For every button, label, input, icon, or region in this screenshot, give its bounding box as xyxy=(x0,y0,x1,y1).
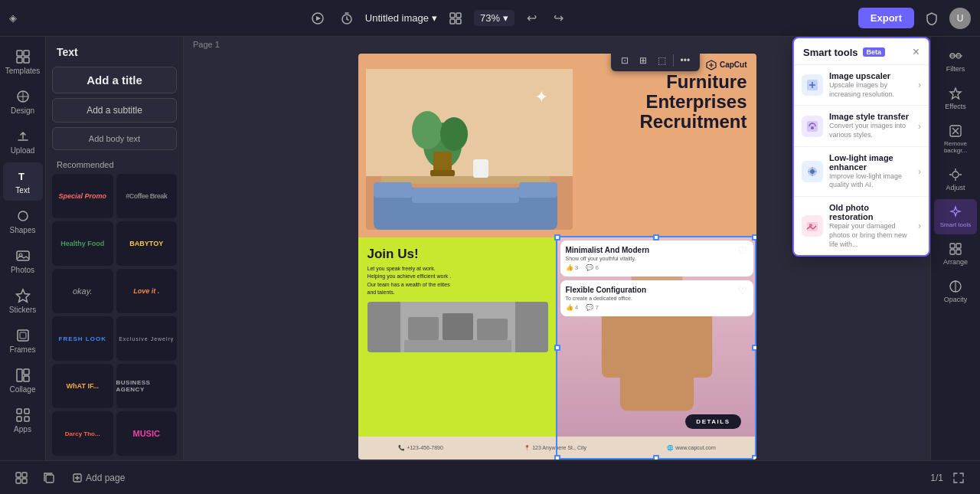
svg-rect-20 xyxy=(24,369,29,375)
right-icon-effects[interactable]: Effects xyxy=(934,80,977,116)
add-page-button[interactable]: Add page xyxy=(66,469,131,487)
svg-rect-25 xyxy=(24,417,29,421)
font-item-fresh-look[interactable]: FRESH LOOK xyxy=(52,316,113,361)
ft-more-button[interactable]: ••• xyxy=(677,53,694,68)
svg-rect-44 xyxy=(477,319,508,340)
ft-mask-button[interactable]: ⬚ xyxy=(654,53,670,68)
sidebar-item-apps[interactable]: Apps xyxy=(3,401,43,440)
svg-rect-14 xyxy=(17,251,29,260)
right-icon-adjust[interactable]: Adjust xyxy=(934,162,977,198)
svg-point-30 xyxy=(440,117,468,151)
office-image xyxy=(368,302,548,352)
tool-icon-upscaler xyxy=(802,74,823,96)
font-grid: Special Promo #Coffee Break Healthy Food… xyxy=(46,174,183,460)
font-item-music[interactable]: MUSIC xyxy=(116,411,178,456)
tool-item-style-transfer[interactable]: Image style transfer Convert your images… xyxy=(794,106,929,146)
floating-toolbar: ⊡ ⊞ ⬚ ••• xyxy=(611,52,701,71)
sidebar-item-shapes[interactable]: Shapes xyxy=(3,202,43,240)
user-avatar[interactable]: U xyxy=(949,8,971,29)
sidebar-item-upload[interactable]: Upload xyxy=(3,123,43,161)
undo-button[interactable]: ↩ xyxy=(522,8,541,28)
app-logo: ◈ xyxy=(9,12,17,24)
join-section: Join Us! Let you speak freely at work. H… xyxy=(358,237,557,437)
bottom-right-controls: 1/1 xyxy=(930,469,969,487)
svg-rect-72 xyxy=(46,475,54,483)
svg-point-63 xyxy=(811,126,814,129)
sparkle-icon: ✦ xyxy=(534,87,548,107)
font-item-what-if[interactable]: WhAT IF... xyxy=(52,364,113,408)
sidebar-item-collage[interactable]: Collage xyxy=(3,362,43,400)
smart-tools-close[interactable]: × xyxy=(913,46,920,58)
sidebar-item-templates[interactable]: Templates xyxy=(3,43,43,81)
svg-rect-71 xyxy=(22,479,27,483)
svg-marker-1 xyxy=(316,16,321,21)
sidebar-item-stickers[interactable]: Stickers xyxy=(3,282,43,320)
font-item-business-agency[interactable]: BUSINESS AGENCY xyxy=(116,364,178,408)
svg-rect-27 xyxy=(366,69,573,176)
tool-item-image-upscaler[interactable]: Image upscaler Upscale images by increas… xyxy=(794,65,929,106)
svg-rect-5 xyxy=(450,19,455,24)
tool-item-low-light[interactable]: Low-light image enhancer Improve low-lig… xyxy=(794,147,929,197)
sidebar-item-text[interactable]: T Text xyxy=(3,162,43,201)
font-item-okay[interactable]: okay. xyxy=(52,269,113,313)
card-flexible-footer: 👍 4 💬 7 xyxy=(566,304,748,311)
font-item-exclusive-jewelry[interactable]: Exclusive Jewelry xyxy=(116,316,178,361)
svg-point-67 xyxy=(809,224,812,227)
svg-rect-9 xyxy=(17,57,22,63)
capcut-logo: CapCut xyxy=(706,60,747,70)
right-icon-opacity[interactable]: Opacity xyxy=(934,273,977,309)
right-icon-filters[interactable]: Filters xyxy=(934,43,977,79)
details-button[interactable]: DETAILS xyxy=(685,414,740,429)
right-icon-arrange[interactable]: Arrange xyxy=(934,236,977,272)
ft-select-button[interactable]: ⊡ xyxy=(617,53,632,68)
font-item-healthy-food[interactable]: Healthy Food xyxy=(52,221,113,266)
play-button[interactable] xyxy=(307,9,328,28)
beta-badge: Beta xyxy=(863,47,886,57)
font-item-special-promo[interactable]: Special Promo xyxy=(52,174,113,218)
right-icon-remove-bg[interactable]: Remove backgr... xyxy=(934,118,977,160)
tool-info-upscaler: Image upscaler Upscale images by increas… xyxy=(829,71,912,99)
right-icon-smart-tools[interactable]: Smart tools xyxy=(934,199,977,234)
card-flexible: ♡ Flexible Configuration To create a ded… xyxy=(560,280,753,316)
tool-arrow-style: › xyxy=(918,121,921,132)
card-heart-2: ♡ xyxy=(738,285,747,296)
svg-rect-48 xyxy=(601,311,627,378)
svg-rect-17 xyxy=(18,330,28,341)
timer-button[interactable] xyxy=(336,9,358,28)
sidebar-item-photos[interactable]: Photos xyxy=(3,242,43,280)
fit-screen-button[interactable] xyxy=(948,469,969,487)
tool-arrow-oldphoto: › xyxy=(918,221,921,231)
recommended-label: Recommended xyxy=(46,152,183,174)
panel-title: Text xyxy=(46,37,183,64)
sidebar-item-design[interactable]: Design xyxy=(3,83,43,121)
tool-info-oldphoto: Old photo restoration Repair your damage… xyxy=(829,203,912,249)
svg-rect-68 xyxy=(16,473,21,477)
svg-rect-56 xyxy=(950,244,955,248)
ft-crop-button[interactable]: ⊞ xyxy=(635,53,651,68)
font-item-babytoy[interactable]: BABYTOY xyxy=(116,221,178,266)
tool-arrow-upscaler: › xyxy=(918,80,921,90)
svg-rect-10 xyxy=(24,57,29,63)
svg-rect-70 xyxy=(16,479,21,483)
add-body-button[interactable]: Add body text xyxy=(52,127,177,150)
doc-name[interactable]: Untitled image ▾ xyxy=(365,12,437,24)
sidebar-item-frames[interactable]: Frames xyxy=(3,322,43,360)
tool-item-old-photo[interactable]: Old photo restoration Repair your damage… xyxy=(794,197,929,255)
redo-button[interactable]: ↪ xyxy=(549,8,568,28)
zoom-control[interactable]: 73% ▾ xyxy=(474,10,514,26)
layout-button[interactable] xyxy=(445,9,466,28)
svg-rect-24 xyxy=(17,417,21,421)
smart-tools-title: Smart tools Beta xyxy=(803,47,885,58)
font-item-more1[interactable]: Darcy Tho... xyxy=(52,411,113,456)
join-text: Let you speak freely at work. Helping yo… xyxy=(368,265,548,297)
grid-view-button[interactable] xyxy=(11,469,32,487)
canvas[interactable]: CapCut Furniture Enterprises Recruitment… xyxy=(358,54,756,460)
font-item-love-it[interactable]: Love it . xyxy=(116,269,178,313)
duplicate-page-button[interactable] xyxy=(38,469,60,487)
shield-button[interactable] xyxy=(920,8,943,28)
svg-rect-18 xyxy=(20,332,26,339)
export-button[interactable]: Export xyxy=(858,8,914,28)
font-item-coffee-break[interactable]: #Coffee Break xyxy=(116,174,178,218)
add-subtitle-button[interactable]: Add a subtitle xyxy=(52,98,177,123)
add-title-button[interactable]: Add a title xyxy=(52,67,177,93)
